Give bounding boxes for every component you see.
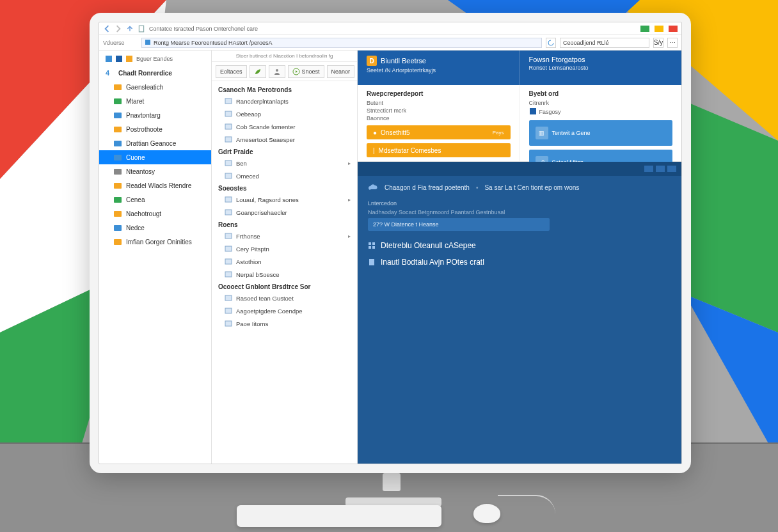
menu-item[interactable]: Goanpcrisehaecler <box>212 206 357 219</box>
svg-rect-29 <box>225 111 232 116</box>
monitor-bezel: Contatce Isracted Pason Onterchonel care… <box>90 13 691 473</box>
sidebar-item-label: Drattian Geanoce <box>126 140 176 147</box>
sidebar-item[interactable]: Drattian Geanoce <box>99 136 211 150</box>
svg-rect-9 <box>145 40 150 45</box>
sidebar-item[interactable]: Pnavtontarg <box>99 108 211 122</box>
menu-item[interactable]: Aagoetptgdere Coendpe <box>212 304 357 317</box>
svg-rect-40 <box>225 295 232 301</box>
menu-item[interactable]: Oebeaop <box>212 107 357 120</box>
menu-item[interactable]: Cob Scande fomenter <box>212 120 357 133</box>
svg-rect-36 <box>225 233 232 239</box>
sidebar-item-label: Cenea <box>126 196 145 203</box>
check-icon: | <box>373 147 375 154</box>
toolbar-button-4[interactable]: Snoest <box>288 65 324 78</box>
maximize-button[interactable] <box>655 26 663 32</box>
forward-icon[interactable] <box>115 25 122 33</box>
menu-item[interactable]: Cery Pitsptn <box>212 242 357 255</box>
sidebar-item[interactable]: Cuone <box>99 150 211 164</box>
refresh-icon[interactable] <box>546 38 556 48</box>
menu-item-label: Omeced <box>236 173 259 180</box>
menu-item[interactable]: Louaul, Ragsord sones▸ <box>212 193 357 206</box>
dash-search-input[interactable]: 27? W Diatence t Heanse <box>368 218 550 231</box>
svg-rect-35 <box>225 210 232 215</box>
crumb-2[interactable]: Sa sar La t Cen tiont ep om wons <box>484 184 579 191</box>
item-icon <box>225 307 232 315</box>
tile-1[interactable]: ▥Tentwit a Gene <box>529 120 673 146</box>
svg-text:4: 4 <box>106 69 110 77</box>
center-panel: Stoer butinoct d Niaeotion I betondraoli… <box>212 51 358 464</box>
mouse-cable <box>498 495 555 514</box>
svg-rect-23 <box>114 211 122 217</box>
options-icon[interactable]: ⋯ <box>667 38 678 48</box>
minimize-button[interactable] <box>640 26 649 32</box>
menu-item[interactable]: Paoe Iitoms <box>212 317 357 330</box>
menu-list: Csanoch Ma PerotrondsRancderplntanlaptsO… <box>212 81 357 464</box>
search-field[interactable]: Ceooadljend RLlé <box>560 38 649 48</box>
dashboard-titlebar <box>358 162 681 176</box>
menu-item-label: Astothion <box>236 258 262 265</box>
address-field[interactable]: Rontg Mearse Feoreentused HAstort /peroe… <box>141 38 542 48</box>
sidebar-item[interactable]: Mtaret <box>99 94 211 108</box>
item-icon <box>225 294 232 302</box>
action-pill-2[interactable]: | Mdsettatar Comesbes <box>367 143 511 157</box>
menu-item[interactable]: Omeced <box>212 169 357 182</box>
toolbar-button-5[interactable]: Neanor <box>327 65 355 78</box>
toolbar-button-2[interactable] <box>250 65 266 78</box>
menu-item-label: Amesertoot Seaesper <box>236 136 295 143</box>
action-pill-1[interactable]: ● Onsethitt5 Pays <box>367 125 511 139</box>
item-icon <box>225 245 232 253</box>
sidebar-item[interactable]: Nedce <box>99 221 211 235</box>
svg-rect-39 <box>225 272 232 277</box>
dash-link-2[interactable]: Inautl Bodtalu Avjn POtes cratl <box>358 254 681 270</box>
dash-max-icon[interactable] <box>656 166 665 172</box>
cloud-icon <box>368 182 378 192</box>
sidebar-item-label: Gaensleatich <box>126 84 163 91</box>
back-icon[interactable] <box>103 25 111 33</box>
svg-rect-14 <box>114 84 122 90</box>
menu-item[interactable]: Rasoed tean Gustoet <box>212 292 357 304</box>
toolbar-button-3[interactable] <box>269 65 285 78</box>
bulb-icon: ● <box>373 129 377 136</box>
search-go-button[interactable]: S/y <box>653 38 663 48</box>
menu-item[interactable]: Ben▸ <box>212 157 357 169</box>
menu-section-header: Ocooect Gnblont Brsdtrce Sor <box>212 281 357 292</box>
item-icon <box>225 123 232 130</box>
dash-min-icon[interactable] <box>644 166 653 172</box>
svg-rect-11 <box>116 56 122 62</box>
crumb-1[interactable]: Chaagon d Fia fread poetenth <box>385 184 470 191</box>
menu-item[interactable]: Frthonse▸ <box>212 230 357 242</box>
col-left-line: Baonnce <box>367 115 511 121</box>
menu-item[interactable]: Astothion <box>212 255 357 268</box>
dash-close-icon[interactable] <box>667 166 676 172</box>
keyboard <box>237 505 441 527</box>
search-placeholder: Ceooadljend RLlé <box>563 40 609 46</box>
up-icon[interactable] <box>126 25 134 33</box>
toolbar-button-1[interactable]: Eoltaces <box>216 65 247 78</box>
sidebar-group[interactable]: 4 Chadt Ronrerdice <box>99 66 211 80</box>
sidebar-item[interactable]: Gaensleatich <box>99 80 211 94</box>
svg-point-26 <box>276 69 278 72</box>
svg-rect-32 <box>225 160 232 166</box>
sidebar-item[interactable]: Naehotrougt <box>99 207 211 221</box>
menu-item-label: Cery Pitsptn <box>236 246 269 253</box>
svg-rect-12 <box>126 56 132 62</box>
dash-link-1[interactable]: Dtetreblu Oteanull cASepee <box>358 237 681 254</box>
svg-rect-45 <box>372 242 375 245</box>
person-icon <box>273 68 281 75</box>
sidebar-item[interactable]: Nteantosy <box>99 164 211 178</box>
sidebar-item[interactable]: Imfian Gorger Oninities <box>99 235 211 249</box>
menu-item[interactable]: Amesertoot Seaesper <box>212 133 357 146</box>
sidebar-item[interactable]: Cenea <box>99 192 211 207</box>
item-icon <box>225 136 232 143</box>
play-icon <box>292 68 300 75</box>
dash-description: Nadhsoday Socact Betgnmoord Paantard Ges… <box>368 209 671 215</box>
menu-item[interactable]: Nerpal bSoesce <box>212 268 357 281</box>
sidebar-item[interactable]: Readel Wlacls Rtendre <box>99 178 211 192</box>
close-button[interactable] <box>669 26 678 32</box>
sidebar-item[interactable]: Postrothoote <box>99 122 211 136</box>
svg-rect-37 <box>225 246 232 251</box>
center-header: Stoer butinoct d Niaeotion I betondraoli… <box>212 51 357 62</box>
content-pane: DBiuntll Beetrse Seetet /N Artorptotertr… <box>358 51 681 464</box>
menu-item[interactable]: Rancderplntanlapts <box>212 95 357 107</box>
svg-rect-28 <box>225 98 232 104</box>
